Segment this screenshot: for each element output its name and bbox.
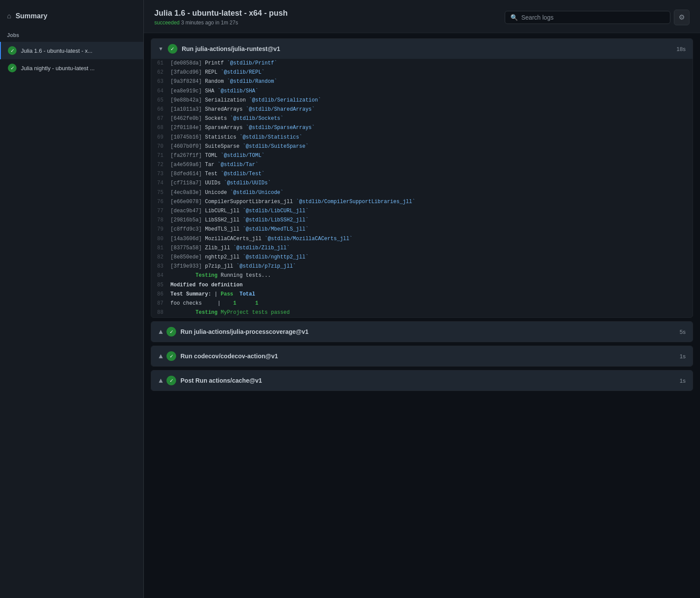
search-input[interactable] <box>521 14 665 21</box>
log-line-special: 87foo checks | 1 1 <box>151 299 693 308</box>
step-section-step2: ▶ ✓ Run julia-actions/julia-processcover… <box>151 321 693 342</box>
log-line-special: 86Test Summary: | Pass Total <box>151 290 693 299</box>
step-title: Run codecov/codecov-action@v1 <box>180 353 675 360</box>
hash-span: [3f19e933] <box>170 263 202 269</box>
lib-name: Printf <box>205 60 224 66</box>
step-status-icon: ✓ <box>168 44 177 54</box>
line-number: 73 <box>155 170 170 178</box>
lib-name: SharedArrays <box>205 106 242 112</box>
log-line: 77 [deac9b47] LibCURL_jll `@stdlib/LibCU… <box>151 207 693 216</box>
lib-name: REPL <box>205 69 217 75</box>
hash-span: [ea8e919c] <box>170 88 202 94</box>
line-content: [e66e0078] CompilerSupportLibraries_jll … <box>170 198 689 206</box>
path-span: `@stdlib/Statistics` <box>239 134 302 140</box>
job-name: Julia 1.6 - ubuntu-latest - x... <box>21 48 92 54</box>
hash-span: [1a1011a3] <box>170 106 202 112</box>
line-number: 76 <box>155 198 170 206</box>
line-content: [9e88b42a] Serialization `@stdlib/Serial… <box>170 96 689 105</box>
step-title: Run julia-actions/julia-processcoverage@… <box>180 328 675 335</box>
log-lines-step1: 61 [de0858da] Printf `@stdlib/Printf` 62… <box>151 59 693 317</box>
hash-span: [2f01184e] <box>170 125 202 131</box>
page-title: Julia 1.6 - ubuntu-latest - x64 - push <box>154 9 288 18</box>
line-content: [2f01184e] SparseArrays `@stdlib/SparseA… <box>170 124 689 132</box>
line-content: [c8ffd9c3] MbedTLS_jll `@stdlib/MbedTLS_… <box>170 225 689 234</box>
log-line: 78 [29816b5a] LibSSH2_jll `@stdlib/LibSS… <box>151 216 693 225</box>
line-content: [cf7118a7] UUIDs `@stdlib/UUIDs` <box>170 179 689 187</box>
line-content: [29816b5a] LibSSH2_jll `@stdlib/LibSSH2_… <box>170 216 689 224</box>
sidebar-job-job2[interactable]: ✓ Julia nightly - ubuntu-latest ... <box>0 59 143 77</box>
hash-span: [6462fe0b] <box>170 116 202 122</box>
path-span: `@stdlib/Sockets` <box>230 116 283 122</box>
line-content: [14a3606d] MozillaCACerts_jll `@stdlib/M… <box>170 235 689 243</box>
main-header: Julia 1.6 - ubuntu-latest - x64 - push s… <box>144 0 700 33</box>
lib-name: SparseArrays <box>205 125 242 131</box>
log-line: 73 [8dfed614] Test `@stdlib/Test` <box>151 170 693 179</box>
sidebar-summary-link[interactable]: ⌂ Summary <box>0 7 143 25</box>
steps-container: ▼ ✓ Run julia-actions/julia-runtest@v1 1… <box>151 38 693 391</box>
page-subtitle: succeeded 3 minutes ago in 1m 27s <box>154 20 288 26</box>
lib-name: TOML <box>205 153 217 159</box>
path-span: `@stdlib/Tar` <box>217 162 258 168</box>
line-number: 61 <box>155 59 170 68</box>
path-span: `@stdlib/CompilerSupportLibraries_jll` <box>296 199 415 205</box>
lib-name: UUIDs <box>205 180 221 186</box>
step-status-icon: ✓ <box>167 327 176 336</box>
lib-name: MbedTLS_jll <box>205 226 239 232</box>
line-number: 77 <box>155 207 170 215</box>
path-span: `@stdlib/Printf` <box>227 60 277 66</box>
lib-name: Unicode <box>205 190 227 196</box>
log-line: 82 [8e850ede] nghttp2_jll `@stdlib/nghtt… <box>151 253 693 262</box>
log-line: 63 [9a3f8284] Random `@stdlib/Random` <box>151 77 693 86</box>
line-number: 82 <box>155 253 170 262</box>
line-number: 62 <box>155 68 170 77</box>
log-line: 69 [10745b16] Statistics `@stdlib/Statis… <box>151 133 693 142</box>
gear-icon: ⚙ <box>679 13 685 21</box>
line-number: 66 <box>155 105 170 114</box>
path-span: `@stdlib/LibCURL_jll` <box>243 208 309 214</box>
lib-name: SuiteSparse <box>205 143 239 150</box>
line-content: [3f19e933] p7zip_jll `@stdlib/p7zip_jll` <box>170 262 689 271</box>
hash-span: [4607b0f0] <box>170 143 202 150</box>
step-header-step3[interactable]: ▶ ✓ Run codecov/codecov-action@v1 1s <box>151 346 693 366</box>
settings-button[interactable]: ⚙ <box>674 10 690 25</box>
line-number: 88 <box>155 309 170 317</box>
path-span: `@stdlib/SuiteSparse` <box>243 143 309 150</box>
hash-span: [cf7118a7] <box>170 180 202 186</box>
path-span: `@stdlib/SHA` <box>217 88 258 94</box>
line-number: 63 <box>155 78 170 86</box>
log-line: 75 [4ec0a83e] Unicode `@stdlib/Unicode` <box>151 188 693 197</box>
log-line-special: 88 Testing MyProject tests passed <box>151 308 693 317</box>
step-section-step3: ▶ ✓ Run codecov/codecov-action@v1 1s <box>151 346 693 367</box>
lib-name: Zlib_jll <box>205 245 230 251</box>
status-text: succeeded <box>154 20 180 26</box>
testing-keyword: Testing <box>196 272 217 279</box>
hash-span: [3fa0cd96] <box>170 69 202 75</box>
line-content: [a4e569a6] Tar `@stdlib/Tar` <box>170 161 689 169</box>
lib-name: nghttp2_jll <box>205 254 239 260</box>
log-line: 81 [83775a58] Zlib_jll `@stdlib/Zlib_jll… <box>151 244 693 253</box>
step-header-step1[interactable]: ▼ ✓ Run julia-actions/julia-runtest@v1 1… <box>151 39 693 59</box>
path-span: `@stdlib/Unicode` <box>230 190 283 196</box>
step-header-step2[interactable]: ▶ ✓ Run julia-actions/julia-processcover… <box>151 322 693 342</box>
line-number: 67 <box>155 115 170 123</box>
chevron-icon: ▶ <box>157 379 163 383</box>
log-line-special: 85Modified foo definition <box>151 281 693 290</box>
sidebar-jobs-list: ✓ Julia 1.6 - ubuntu-latest - x... ✓ Jul… <box>0 42 143 77</box>
log-area: ▼ ✓ Run julia-actions/julia-runtest@v1 1… <box>144 33 700 598</box>
hash-span: [29816b5a] <box>170 217 202 223</box>
lib-name: LibSSH2_jll <box>205 217 239 223</box>
search-box[interactable]: 🔍 <box>505 11 670 24</box>
line-number: 83 <box>155 262 170 271</box>
line-number: 71 <box>155 152 170 160</box>
log-line: 80 [14a3606d] MozillaCACerts_jll `@stdli… <box>151 234 693 244</box>
line-number: 86 <box>155 290 170 299</box>
lib-name: Tar <box>205 162 214 168</box>
lib-name: LibCURL_jll <box>205 208 239 214</box>
hash-span: [fa267f1f] <box>170 153 202 159</box>
sidebar-job-job1[interactable]: ✓ Julia 1.6 - ubuntu-latest - x... <box>0 42 143 59</box>
chevron-icon: ▼ <box>158 46 163 52</box>
step-header-step4[interactable]: ▶ ✓ Post Run actions/cache@v1 1s <box>151 370 693 391</box>
line-content: foo checks | 1 1 <box>170 299 689 308</box>
hash-span: [de0858da] <box>170 60 202 66</box>
log-line: 83 [3f19e933] p7zip_jll `@stdlib/p7zip_j… <box>151 262 693 271</box>
